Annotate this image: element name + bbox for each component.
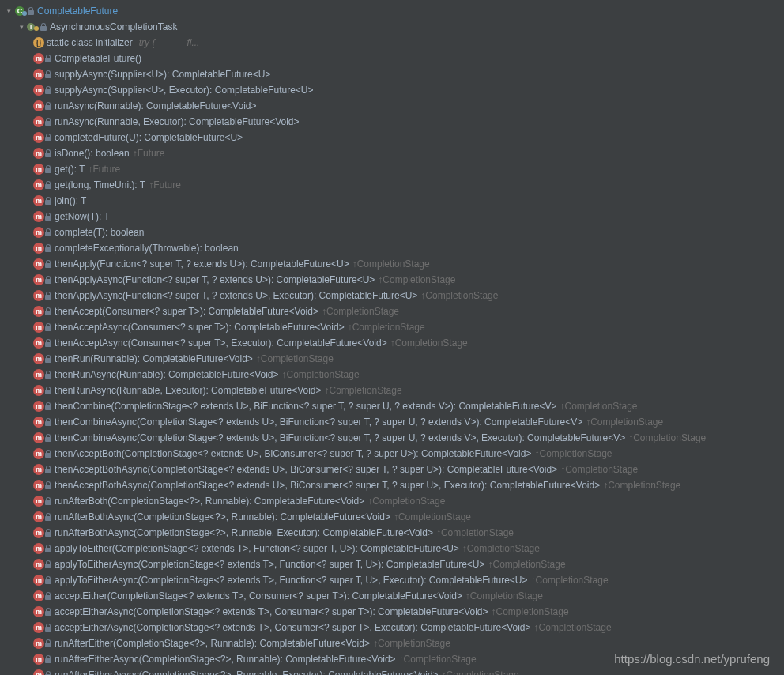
lock-icon <box>45 260 51 268</box>
tree-node-method[interactable]: macceptEitherAsync(CompletionStage<? ext… <box>0 620 784 635</box>
tree-node-method[interactable]: mthenAcceptBothAsync(CompletionStage<? e… <box>0 462 784 477</box>
method-signature: runAfterBothAsync(CompletionStage<?>, Ru… <box>55 527 433 538</box>
method-signature: runAfterEitherAsync(CompletionStage<?>, … <box>55 669 439 675</box>
method-icon: m <box>33 306 44 317</box>
tree-node-method[interactable]: misDone(): boolean↑Future <box>0 145 784 161</box>
inherited-from: CompletionStage <box>539 448 612 459</box>
tree-node-method[interactable]: mthenCombineAsync(CompletionStage<? exte… <box>0 430 784 446</box>
method-icon: m <box>33 622 44 633</box>
tree-node-method[interactable]: mrunAfterEither(CompletionStage<?>, Runn… <box>0 635 784 651</box>
svg-text:C: C <box>17 7 23 15</box>
tree-node-method[interactable]: mthenCombine(CompletionStage<? extends U… <box>0 398 784 414</box>
lock-icon <box>28 7 34 15</box>
tree-node-method[interactable]: mthenAcceptAsync(Consumer<? super T>, Ex… <box>0 335 784 351</box>
tree-node-method[interactable]: mapplyToEitherAsync(CompletionStage<? ex… <box>0 556 784 572</box>
tree-node-method[interactable]: msupplyAsync(Supplier<U>): CompletableFu… <box>0 66 784 82</box>
tree-node-method[interactable]: mthenRunAsync(Runnable, Executor): Compl… <box>0 383 784 398</box>
tree-node-method[interactable]: mget(long, TimeUnit): T↑Future <box>0 177 784 193</box>
tree-node-method[interactable]: mcompletedFuture(U): CompletableFuture<U… <box>0 130 784 145</box>
lock-icon <box>45 70 51 78</box>
tree-node-method[interactable]: mget(): T↑Future <box>0 161 784 177</box>
tree-node-method[interactable]: mthenApplyAsync(Function<? super T, ? ex… <box>0 272 784 288</box>
tree-node-method[interactable]: mrunAfterBoth(CompletionStage<?>, Runnab… <box>0 493 784 509</box>
lock-icon <box>45 165 51 173</box>
tree-node-method[interactable]: mthenRun(Runnable): CompletableFuture<Vo… <box>0 351 784 367</box>
inherited-from: CompletionStage <box>470 590 543 601</box>
lock-icon <box>45 244 51 252</box>
tree-node-method[interactable]: mrunAfterBothAsync(CompletionStage<?>, R… <box>0 509 784 525</box>
tree-node-method[interactable]: mthenCombineAsync(CompletionStage<? exte… <box>0 414 784 430</box>
method-signature: thenApplyAsync(Function<? super T, ? ext… <box>55 290 417 301</box>
tree-node-interface[interactable]: ▾ I AsynchronousCompletionTask <box>0 19 784 35</box>
lock-icon <box>45 545 51 552</box>
method-icon: m <box>33 195 44 206</box>
field-icon: {} <box>33 37 44 48</box>
chevron-down-icon[interactable]: ▾ <box>5 7 13 15</box>
method-icon: m <box>33 179 44 190</box>
method-icon: m <box>33 100 44 111</box>
method-signature: thenCombineAsync(CompletionStage<? exten… <box>55 432 625 443</box>
method-icon: m <box>33 417 44 428</box>
inherited-from: CompletionStage <box>378 638 450 649</box>
method-icon: m <box>33 258 44 270</box>
tree-node-method[interactable]: mCompletableFuture() <box>0 51 784 66</box>
tree-node-method[interactable]: mthenRunAsync(Runnable): CompletableFutu… <box>0 367 784 383</box>
method-signature: runAfterBothAsync(CompletionStage<?>, Ru… <box>55 511 390 522</box>
tree-node-method[interactable]: mcompleteExceptionally(Throwable): boole… <box>0 240 784 256</box>
inherited-from: CompletionStage <box>261 353 334 364</box>
lock-icon <box>45 513 51 521</box>
lock-icon <box>45 592 51 600</box>
tree-node-method[interactable]: mthenAcceptBoth(CompletionStage<? extend… <box>0 446 784 462</box>
tree-node-method[interactable]: macceptEither(CompletionStage<? extends … <box>0 588 784 604</box>
tree-node-method[interactable]: mrunAsync(Runnable, Executor): Completab… <box>0 114 784 130</box>
lock-icon <box>45 402 51 410</box>
tree-node-class[interactable]: ▾ C CompletableFuture <box>0 3 784 19</box>
tree-node-method[interactable]: mjoin(): T <box>0 193 784 209</box>
tree-node-method[interactable]: mapplyToEitherAsync(CompletionStage<? ex… <box>0 572 784 588</box>
tree-node-method[interactable]: mcomplete(T): boolean <box>0 224 784 240</box>
inherited-from: CompletionStage <box>467 543 540 554</box>
inherited-from: CompletionStage <box>536 575 609 586</box>
method-icon: m <box>33 559 44 570</box>
inherited-from: Future <box>138 148 165 159</box>
method-signature: CompletableFuture() <box>55 53 141 64</box>
method-signature: join(): T <box>55 195 86 206</box>
method-signature: getNow(T): T <box>55 211 110 222</box>
tree-node-method[interactable]: msupplyAsync(Supplier<U>, Executor): Com… <box>0 82 784 98</box>
lock-icon <box>45 560 51 568</box>
tree-node-method[interactable]: mgetNow(T): T <box>0 209 784 224</box>
lock-icon <box>45 181 51 189</box>
tree-node-static-init[interactable]: {} static class initializer try { fi... <box>0 35 784 51</box>
inherited-from: CompletionStage <box>357 258 430 270</box>
tree-node-method[interactable]: mrunAfterEitherAsync(CompletionStage<?>,… <box>0 667 784 675</box>
inherited-from: CompletionStage <box>404 654 477 665</box>
inherited-from: CompletionStage <box>326 306 399 317</box>
tree-node-method[interactable]: mthenApply(Function<? super T, ? extends… <box>0 256 784 272</box>
lock-icon <box>40 23 47 31</box>
tree-node-method[interactable]: mrunAsync(Runnable): CompletableFuture<V… <box>0 98 784 114</box>
tree-node-method[interactable]: mthenAcceptBothAsync(CompletionStage<? e… <box>0 477 784 493</box>
chevron-down-icon[interactable]: ▾ <box>17 23 25 31</box>
lock-icon <box>45 466 51 473</box>
lock-icon <box>45 118 51 126</box>
tree-node-method[interactable]: mthenApplyAsync(Function<? super T, ? ex… <box>0 288 784 304</box>
tree-node-method[interactable]: mthenAcceptAsync(Consumer<? super T>): C… <box>0 319 784 335</box>
inherited-from: CompletionStage <box>287 369 360 380</box>
lock-icon <box>45 102 51 110</box>
ghost-text: try { <box>139 37 156 48</box>
method-icon: m <box>33 69 44 80</box>
inherited-from: CompletionStage <box>447 669 519 675</box>
inherited-from: CompletionStage <box>564 401 637 412</box>
tree-node-method[interactable]: mrunAfterBothAsync(CompletionStage<?>, R… <box>0 525 784 541</box>
inherited-from: Future <box>153 179 181 190</box>
tree-node-method[interactable]: mapplyToEither(CompletionStage<? extends… <box>0 541 784 556</box>
lock-icon <box>45 434 51 442</box>
lock-icon <box>45 339 51 347</box>
method-signature: supplyAsync(Supplier<U>): CompletableFut… <box>55 69 270 80</box>
tree-node-method[interactable]: macceptEitherAsync(CompletionStage<? ext… <box>0 604 784 620</box>
lock-icon <box>45 323 51 331</box>
tree-node-method[interactable]: mthenAccept(Consumer<? super T>): Comple… <box>0 304 784 319</box>
lock-icon <box>45 624 51 632</box>
lock-icon <box>45 134 51 141</box>
method-signature: runAsync(Runnable): CompletableFuture<Vo… <box>55 100 256 111</box>
